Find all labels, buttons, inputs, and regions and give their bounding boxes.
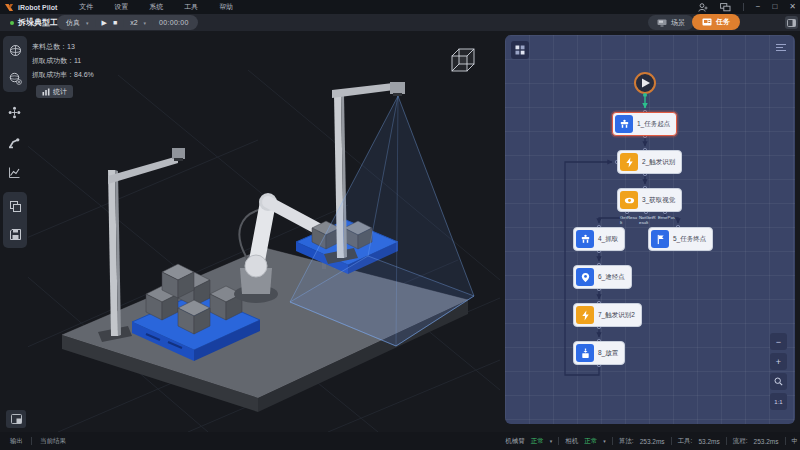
task-start-icon <box>615 115 633 133</box>
port-get-result[interactable]: GetResult <box>620 215 637 225</box>
port-error-pos[interactable]: ErrorPos <box>658 215 675 220</box>
close-button[interactable]: ✕ <box>789 0 796 14</box>
tab-scene[interactable]: 场景 <box>648 15 694 30</box>
trigger-recognition-icon <box>620 153 638 171</box>
overhead-camera-left[interactable] <box>172 148 185 159</box>
magnifier-icon <box>774 377 783 386</box>
menu-bar: 文件 设置 系统 工具 帮助 <box>79 2 233 12</box>
sim-mode-select[interactable]: 仿真 <box>66 18 80 28</box>
flow-node-1[interactable]: 1_任务起点 <box>612 112 677 136</box>
task-flow-panel[interactable]: 1_任务起点 2_触发识别 3_获取视觉 GetResult NotGetRes… <box>505 35 795 424</box>
copy-icon <box>9 200 22 213</box>
start-node[interactable] <box>635 73 655 97</box>
flow-node-8[interactable]: 8_放置 <box>573 341 625 365</box>
status-divider <box>785 437 786 445</box>
waypoint-icon <box>576 268 594 286</box>
zoom-reset-button[interactable]: 1:1 <box>770 393 787 410</box>
world-view-button[interactable] <box>4 40 26 60</box>
output-panel-button[interactable] <box>6 410 26 428</box>
flow-node-label: 8_放置 <box>598 349 622 358</box>
menu-help[interactable]: 帮助 <box>219 2 233 12</box>
stat-success-count: 抓取成功数：11 <box>32 54 94 68</box>
motion-icon <box>8 106 21 119</box>
port-not-get-result[interactable]: NotGetResult <box>639 215 656 225</box>
camera-status-badge: 正常 <box>584 437 597 446</box>
displays-icon[interactable] <box>720 3 731 12</box>
camera-label: 相机 <box>565 437 578 446</box>
maximize-button[interactable]: □ <box>772 0 777 14</box>
monitor-icon <box>657 19 667 27</box>
menu-file[interactable]: 文件 <box>79 2 93 12</box>
toolbar: 拆垛典型工程 仿真 ▾ ▶ ■ x2 ▾ 00:00:00 场景 任务 <box>0 14 800 31</box>
chevron-down-icon[interactable]: ▾ <box>144 20 147 26</box>
robot-config-button[interactable] <box>3 132 25 152</box>
play-button[interactable]: ▶ <box>102 19 107 27</box>
task-end-icon <box>651 230 669 248</box>
flow-node-label: 5_任务终点 <box>673 235 710 244</box>
motion-button[interactable] <box>3 102 25 122</box>
world-settings-icon <box>9 72 22 85</box>
place-icon <box>576 344 594 362</box>
list-icon <box>775 43 787 52</box>
flow-node-label: 7_触发识别2 <box>598 311 639 320</box>
tab-scene-label: 场景 <box>671 18 685 28</box>
view-tool-group <box>3 36 27 92</box>
minimize-button[interactable]: − <box>756 0 761 14</box>
save-project-button[interactable] <box>4 224 26 244</box>
status-divider <box>558 437 559 445</box>
scene-canvas[interactable] <box>28 30 500 432</box>
copy-layout-button[interactable] <box>4 196 26 216</box>
title-bar: iRobot Pilot 文件 设置 系统 工具 帮助 − □ ✕ <box>0 0 800 14</box>
pill-divider <box>95 19 96 27</box>
app-window: iRobot Pilot 文件 设置 系统 工具 帮助 − □ ✕ 拆垛典型工程… <box>0 0 800 450</box>
tab-task-active[interactable]: 任务 <box>692 14 740 30</box>
flow-node-6[interactable]: 6_途经点 <box>573 265 632 289</box>
zoom-out-button[interactable]: − <box>770 333 787 350</box>
panel-toggle-button[interactable] <box>785 16 798 29</box>
speed-select[interactable]: x2 <box>130 19 137 26</box>
view-cube[interactable] <box>452 49 474 71</box>
save-icon <box>9 228 22 241</box>
file-tool-group <box>3 192 27 248</box>
flow-node-3[interactable]: 3_获取视觉 <box>617 188 682 212</box>
task-icon <box>702 18 712 26</box>
signal-chart-button[interactable] <box>3 162 25 182</box>
pill-divider <box>152 19 153 27</box>
node-library-button[interactable] <box>511 41 529 59</box>
flow-node-5[interactable]: 5_任务终点 <box>648 227 713 251</box>
output-tab[interactable]: 输出 <box>10 437 23 446</box>
bar-chart-icon <box>42 88 50 96</box>
current-result-tab[interactable]: 当前结果 <box>40 437 66 446</box>
overhead-camera-right[interactable] <box>390 82 405 94</box>
vision-result-icon <box>620 191 638 209</box>
flow-node-label: 4_抓取 <box>598 235 622 244</box>
chevron-down-icon[interactable]: ▾ <box>550 438 553 444</box>
zoom-in-button[interactable]: + <box>770 353 787 370</box>
trigger-recognition-icon <box>576 306 594 324</box>
menu-settings[interactable]: 设置 <box>114 2 128 12</box>
flow-node-7[interactable]: 7_触发识别2 <box>573 303 642 327</box>
language-indicator[interactable]: 中 <box>792 437 799 446</box>
menu-tools[interactable]: 工具 <box>184 2 198 12</box>
algorithm-time-label: 算法: <box>619 437 634 446</box>
flow-zoom-controls: − + 1:1 <box>770 333 787 410</box>
flow-node-4[interactable]: 4_抓取 <box>573 227 625 251</box>
statistics-button[interactable]: 统计 <box>36 85 73 98</box>
zoom-search-button[interactable] <box>770 373 787 390</box>
signal-chart-icon <box>8 166 21 179</box>
user-icon[interactable] <box>698 3 708 12</box>
flow-menu-button[interactable] <box>775 43 787 52</box>
chevron-down-icon[interactable]: ▾ <box>86 20 89 26</box>
world-settings-button[interactable] <box>4 68 26 88</box>
simulation-controls: 仿真 ▾ ▶ ■ x2 ▾ 00:00:00 <box>57 15 198 30</box>
app-title: iRobot Pilot <box>18 4 57 11</box>
status-divider <box>726 437 727 445</box>
flow-node-label: 6_途经点 <box>598 273 629 282</box>
flow-node-2[interactable]: 2_触发识别 <box>617 150 682 174</box>
menu-system[interactable]: 系统 <box>149 2 163 12</box>
flow-node-label: 3_获取视觉 <box>642 196 679 205</box>
flow-time-label: 流程: <box>733 437 748 446</box>
grab-statistics: 来料总数：13 抓取成功数：11 抓取成功率：84.6% <box>32 40 94 82</box>
stop-button[interactable]: ■ <box>113 19 117 26</box>
chevron-down-icon[interactable]: ▾ <box>603 438 606 444</box>
